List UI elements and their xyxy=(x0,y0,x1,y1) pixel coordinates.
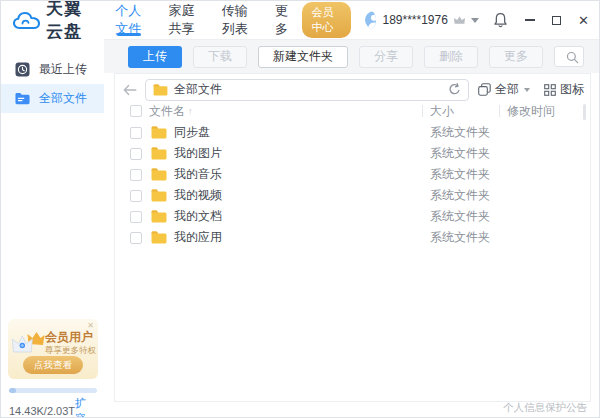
cloud-logo-icon xyxy=(13,11,40,30)
content-area: 上传下载新建文件夹分享删除更多 xyxy=(104,39,599,417)
tab-家庭共享[interactable]: 家庭共享 xyxy=(155,1,208,39)
storage-progressbar xyxy=(9,388,97,393)
category-filter-icon[interactable] xyxy=(478,83,491,96)
file-size: 系统文件夹 xyxy=(430,145,507,162)
maximize-button[interactable] xyxy=(552,13,561,27)
storage-progress-fill xyxy=(9,388,16,393)
file-name[interactable]: 我的文档 xyxy=(174,208,430,225)
path-tools: 全部 图标 xyxy=(478,81,584,98)
table-row[interactable]: 我的视频系统文件夹 xyxy=(115,185,590,206)
file-size: 系统文件夹 xyxy=(430,166,507,183)
table-row[interactable]: 我的图片系统文件夹 xyxy=(115,143,590,164)
folder-icon xyxy=(151,210,167,223)
titlebar: 天翼云盘 个人文件家庭共享传输列表更多 会员中心 189****1976 ✕ xyxy=(1,1,599,39)
account-name[interactable]: 189****1976 xyxy=(382,13,447,27)
row-checkbox[interactable] xyxy=(130,148,142,160)
folder-icon xyxy=(15,92,30,105)
storage-usage: 14.43K/2.03T xyxy=(9,405,75,417)
row-checkbox[interactable] xyxy=(130,127,142,139)
row-checkbox[interactable] xyxy=(130,169,142,181)
address-box[interactable]: 全部文件 xyxy=(145,79,469,101)
file-size: 系统文件夹 xyxy=(430,124,507,141)
promo-title: 会员用户 xyxy=(45,329,93,346)
column-modified[interactable]: 修改时间 xyxy=(507,103,590,120)
vip-promo-card[interactable]: ✕ 会员用户 尊享更多特权 点我查看 xyxy=(8,319,98,379)
column-filename[interactable]: 文件名 xyxy=(149,103,185,120)
promo-view-button[interactable]: 点我查看 xyxy=(23,356,83,374)
folder-icon xyxy=(151,126,167,139)
file-name[interactable]: 我的音乐 xyxy=(174,166,430,183)
sidebar-item-label: 最近上传 xyxy=(39,61,87,78)
back-arrow-icon[interactable] xyxy=(123,84,137,96)
folder-icon xyxy=(153,84,168,96)
refresh-icon[interactable] xyxy=(448,83,461,96)
search-icon[interactable] xyxy=(566,50,579,68)
tab-传输列表[interactable]: 传输列表 xyxy=(209,1,262,39)
titlebar-right: 会员中心 189****1976 ✕ xyxy=(302,2,589,38)
account-dropdown-caret-icon[interactable] xyxy=(471,18,479,23)
file-rows: 同步盘系统文件夹我的图片系统文件夹我的音乐系统文件夹我的视频系统文件夹我的文档系… xyxy=(115,122,590,248)
file-panel: 全部文件 全部 xyxy=(114,73,591,402)
table-row[interactable]: 我的音乐系统文件夹 xyxy=(115,164,590,185)
上传-button[interactable]: 上传 xyxy=(128,46,182,68)
file-name[interactable]: 我的应用 xyxy=(174,229,430,246)
row-checkbox[interactable] xyxy=(130,190,142,202)
更多-button: 更多 xyxy=(489,46,543,68)
folder-icon xyxy=(151,231,167,244)
current-location: 全部文件 xyxy=(174,81,442,98)
sidebar-item-全部文件[interactable]: 全部文件 xyxy=(1,84,104,113)
filter-caret-icon[interactable] xyxy=(524,88,530,92)
删除-button: 删除 xyxy=(424,46,478,68)
table-row[interactable]: 我的文档系统文件夹 xyxy=(115,206,590,227)
sidebar-items: 最近上传全部文件 xyxy=(1,39,104,113)
select-all-checkbox[interactable] xyxy=(130,105,142,117)
row-checkbox[interactable] xyxy=(130,232,142,244)
新建文件夹-button[interactable]: 新建文件夹 xyxy=(258,46,348,68)
下载-button: 下载 xyxy=(193,46,247,68)
view-mode-toggle[interactable]: 图标 xyxy=(560,81,584,98)
app-title: 天翼云盘 xyxy=(46,0,86,43)
avatar[interactable] xyxy=(365,11,377,29)
tab-个人文件[interactable]: 个人文件 xyxy=(102,1,155,39)
notification-bell-icon[interactable] xyxy=(493,12,508,28)
file-size: 系统文件夹 xyxy=(430,229,507,246)
close-button[interactable]: ✕ xyxy=(578,13,589,27)
minimize-button[interactable] xyxy=(525,13,535,27)
table-header: 文件名 ↑ 大小 修改时间 xyxy=(115,100,590,122)
table-row[interactable]: 同步盘系统文件夹 xyxy=(115,122,590,143)
folder-icon xyxy=(151,189,167,202)
icon-view-icon[interactable] xyxy=(544,84,556,96)
storage-row: 14.43K/2.03T 扩容 xyxy=(9,396,97,418)
nav-tabs: 个人文件家庭共享传输列表更多 xyxy=(102,1,301,39)
row-checkbox[interactable] xyxy=(130,211,142,223)
expand-storage-link[interactable]: 扩容 xyxy=(75,396,97,418)
vip-center-button[interactable]: 会员中心 xyxy=(302,2,351,38)
clock-icon xyxy=(15,62,30,77)
path-bar: 全部文件 全部 xyxy=(115,74,590,100)
file-size: 系统文件夹 xyxy=(430,187,507,204)
sidebar-item-最近上传[interactable]: 最近上传 xyxy=(1,55,104,84)
sort-arrow-icon[interactable]: ↑ xyxy=(188,106,193,116)
file-size: 系统文件夹 xyxy=(430,208,507,225)
app-logo: 天翼云盘 xyxy=(13,0,86,43)
scrollbar-thumb[interactable] xyxy=(583,104,586,120)
folder-icon xyxy=(151,168,167,181)
column-size[interactable]: 大小 xyxy=(430,103,507,120)
file-name[interactable]: 我的视频 xyxy=(174,187,430,204)
table-row[interactable]: 我的应用系统文件夹 xyxy=(115,227,590,248)
file-name[interactable]: 我的图片 xyxy=(174,145,430,162)
toolbar: 上传下载新建文件夹分享删除更多 xyxy=(104,39,599,73)
member-crown-icon xyxy=(453,15,466,25)
search-box xyxy=(554,46,584,67)
tab-更多[interactable]: 更多 xyxy=(262,1,302,39)
sidebar-item-label: 全部文件 xyxy=(39,90,87,107)
file-name[interactable]: 同步盘 xyxy=(174,124,430,141)
main-area: 最近上传全部文件 ✕ 会员用户 尊享更多特权 点我查看 14.43K/2.03T… xyxy=(1,39,599,417)
分享-button: 分享 xyxy=(359,46,413,68)
filter-all-dropdown[interactable]: 全部 xyxy=(495,81,519,98)
privacy-notice-link[interactable]: 个人信息保护公告 xyxy=(503,401,587,415)
toolbar-buttons: 上传下载新建文件夹分享删除更多 xyxy=(128,46,543,68)
sidebar: 最近上传全部文件 ✕ 会员用户 尊享更多特权 点我查看 14.43K/2.03T… xyxy=(1,39,104,417)
folder-icon xyxy=(151,147,167,160)
